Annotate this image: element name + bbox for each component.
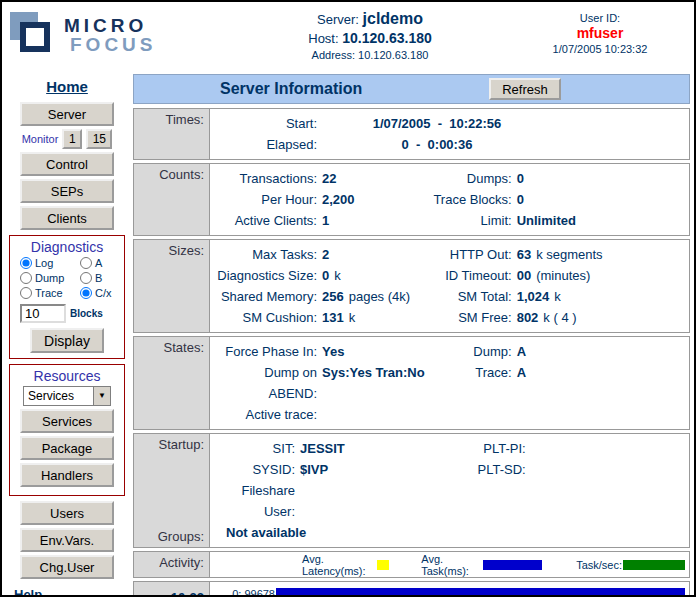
radio-dump-label: Dump (35, 272, 64, 284)
control-button[interactable]: Control (20, 152, 114, 176)
radio-log-input[interactable] (20, 257, 32, 269)
sm-cushion-suffix: k (349, 307, 356, 328)
timeline-bar1-value: 0; 99678 (214, 588, 276, 597)
help-block: Help Menu (6, 587, 128, 597)
start-label: Start: (214, 113, 322, 134)
package-button[interactable]: Package (20, 436, 114, 460)
radio-dump[interactable]: Dump (20, 272, 80, 284)
envvars-button[interactable]: Env.Vars. (20, 528, 114, 552)
diagnostics-title: Diagnostics (12, 239, 122, 255)
section-label-times: Times: (134, 109, 210, 159)
server-button[interactable]: Server (20, 102, 114, 126)
states-section: States: Force Phase In:Yes Dump on ABEND… (133, 336, 690, 430)
user-id-label: User ID: (520, 12, 680, 24)
sm-free-label: SM Free: (431, 307, 517, 328)
logo-text: MICRO FOCUS (64, 16, 157, 54)
monitor-row: Monitor 1 15 (6, 129, 128, 149)
per-hour-label: Per Hour: (214, 189, 322, 210)
clients-button[interactable]: Clients (20, 206, 114, 230)
plt-sd-label: PLT-SD: (431, 459, 531, 480)
timeline-content: 0; 99678 6 (210, 582, 689, 597)
radio-log[interactable]: Log (20, 257, 80, 269)
server-name: jcldemo (363, 10, 423, 27)
diagnostics-box: Diagnostics Log A Dump B Trace C/x Block… (9, 235, 125, 359)
logo-line1: MICRO (64, 16, 157, 35)
radio-b-input[interactable] (80, 272, 92, 284)
avg-latency-label: Avg. Latency(ms): (302, 553, 376, 577)
services-button[interactable]: Services (20, 409, 114, 433)
activity-section: Activity: Avg. Latency(ms): Avg. Task(ms… (133, 551, 690, 578)
shared-memory-value: 256 (322, 286, 344, 307)
section-label-activity: Activity: (134, 552, 210, 577)
section-label-counts: Counts: (134, 164, 210, 235)
timeline-bar1 (276, 588, 685, 597)
monitor-1-button[interactable]: 1 (62, 129, 82, 149)
section-label-groups: Groups: (134, 529, 204, 544)
active-clients-label: Active Clients: (214, 210, 322, 231)
radio-log-label: Log (35, 257, 53, 269)
shared-memory-suffix: pages (4k) (349, 286, 410, 307)
blocks-label: Blocks (70, 308, 103, 319)
user-identity: User ID: mfuser 1/07/2005 10:23:32 (520, 8, 680, 55)
radio-a-input[interactable] (80, 257, 92, 269)
home-link[interactable]: Home (46, 78, 88, 95)
active-trace-label: Active trace: (214, 404, 322, 425)
logo-square-dark (20, 22, 50, 52)
times-content: Start:1/07/2005 - 10:22:56 Elapsed:0 - 0… (210, 109, 689, 159)
section-label-states: States: (134, 337, 210, 429)
dump-state-value: A (517, 341, 526, 362)
address-value: 10.120.63.180 (358, 49, 428, 61)
header-timestamp: 1/07/2005 10:23:32 (520, 43, 680, 55)
force-phase-in-label: Force Phase In: (214, 341, 322, 362)
radio-dump-input[interactable] (20, 272, 32, 284)
radio-trace-label: Trace (35, 287, 63, 299)
refresh-button-top[interactable]: Refresh (489, 78, 561, 100)
monitor-15-button[interactable]: 15 (86, 129, 112, 149)
sm-cushion-label: SM Cushion: (214, 307, 322, 328)
monitor-label: Monitor (22, 133, 59, 145)
timeline-section: 10:22 0; 99678 6 (133, 581, 690, 597)
per-hour-value: 2,200 (322, 189, 355, 210)
radio-trace[interactable]: Trace (20, 287, 80, 299)
diag-size-label: Diagnostics Size: (214, 265, 322, 286)
users-button[interactable]: Users (20, 501, 114, 525)
active-clients-value: 1 (322, 210, 329, 231)
host-label: Host: (308, 31, 338, 46)
id-timeout-label: ID Timeout: (431, 265, 517, 286)
chguser-button[interactable]: Chg.User (20, 555, 114, 579)
sysid-label: SYSID: (214, 459, 300, 480)
timeline-time-label: 10:22 (134, 582, 210, 597)
max-tasks-label: Max Tasks: (214, 244, 322, 265)
max-tasks-value: 2 (322, 244, 329, 265)
server-label: Server: (317, 12, 359, 27)
blocks-input[interactable] (20, 304, 66, 323)
trace-blocks-value: 0 (517, 189, 524, 210)
resources-title: Resources (12, 368, 122, 384)
radio-b-label: B (95, 272, 102, 284)
counts-section: Counts: Transactions:22 Per Hour:2,200 A… (133, 163, 690, 236)
limit-value: Unlimited (517, 210, 576, 231)
avg-task-label: Avg. Task(ms): (421, 553, 482, 577)
radio-cx-input[interactable] (80, 287, 92, 299)
micro-focus-logo-icon (10, 12, 56, 58)
seps-button[interactable]: SEPs (20, 179, 114, 203)
fileshare-user-label: Fileshare User: (214, 480, 300, 522)
radio-a[interactable]: A (80, 257, 124, 269)
chevron-down-icon[interactable]: ▼ (93, 387, 110, 405)
radio-b[interactable]: B (80, 272, 124, 284)
user-id-value: mfuser (520, 25, 680, 41)
task-sec-label: Task/sec: (576, 559, 622, 571)
trace-blocks-label: Trace Blocks: (431, 189, 517, 210)
resources-dropdown[interactable]: Services ▼ (23, 386, 111, 406)
handlers-button[interactable]: Handlers (20, 463, 114, 487)
sizes-section: Sizes: Max Tasks:2 Diagnostics Size:0k S… (133, 239, 690, 333)
radio-cx[interactable]: C/x (80, 287, 124, 299)
trace-state-label: Trace: (431, 362, 517, 383)
transactions-label: Transactions: (214, 168, 322, 189)
diag-size-value: 0 (322, 265, 329, 286)
sysid-value: $IVP (300, 459, 328, 480)
display-button[interactable]: Display (30, 328, 104, 353)
http-out-suffix: k segments (536, 244, 602, 265)
dump-on-abend-label: Dump on ABEND: (214, 362, 322, 404)
radio-trace-input[interactable] (20, 287, 32, 299)
